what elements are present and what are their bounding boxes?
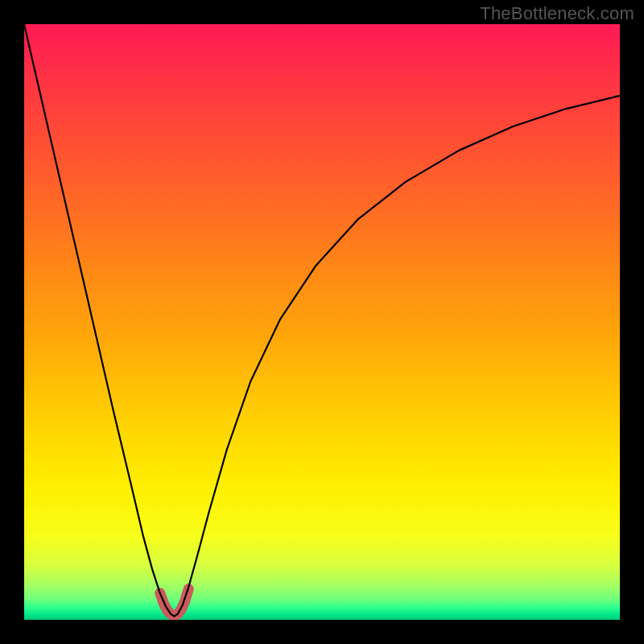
curve-layer [24, 24, 620, 620]
plot-area [24, 24, 620, 620]
bottleneck-curve [24, 24, 620, 617]
watermark-text: TheBottleneck.com [480, 3, 634, 24]
chart-frame: TheBottleneck.com [0, 0, 644, 644]
